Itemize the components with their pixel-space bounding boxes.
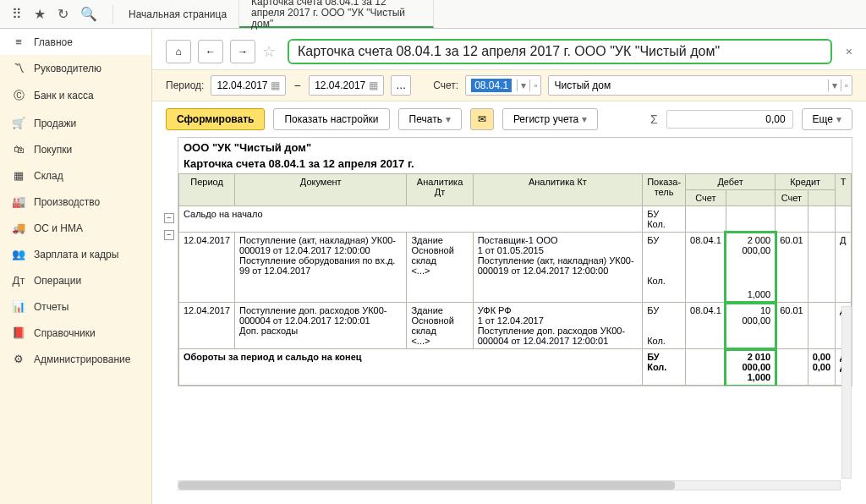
chevron-down-icon: ▾ bbox=[446, 113, 451, 125]
account-name-select[interactable]: Чистый дом▾▫ bbox=[548, 75, 852, 96]
sidebar-item-admin[interactable]: ⚙Администрирование bbox=[0, 346, 151, 372]
more-button[interactable]: Еще▾ bbox=[802, 108, 852, 130]
table-row: 12.04.2017 Поступление (акт, накладная) … bbox=[179, 233, 852, 303]
sidebar-item-label: Производство bbox=[34, 196, 100, 208]
open-icon[interactable]: ▫ bbox=[529, 79, 540, 91]
date-from-field[interactable]: 12.04.2017▦ bbox=[211, 75, 286, 96]
col-indicator: Показа- тель bbox=[643, 174, 686, 206]
period-picker-button[interactable]: … bbox=[391, 75, 411, 96]
tab-home[interactable]: Начальная страница bbox=[117, 0, 239, 28]
chevron-down-icon: ▾ bbox=[836, 113, 841, 125]
sidebar-item-assets[interactable]: 🚚ОС и НМА bbox=[0, 215, 151, 241]
tab-label: Карточка счета 08.04.1 за 12 апреля 2017… bbox=[251, 0, 421, 30]
report-org: ООО "УК "Чистый дом" bbox=[178, 138, 852, 157]
register-button[interactable]: Регистр учета▾ bbox=[502, 108, 598, 130]
account-label: Счет: bbox=[433, 79, 458, 91]
mail-button[interactable]: ✉ bbox=[470, 108, 494, 130]
dt-icon: Дт bbox=[12, 274, 25, 287]
table-row: 12.04.2017 Поступление доп. расходов УК0… bbox=[179, 303, 852, 349]
calendar-icon[interactable]: ▦ bbox=[369, 79, 378, 91]
favorite-icon[interactable]: ☆ bbox=[262, 42, 276, 61]
scrollbar-thumb[interactable] bbox=[178, 481, 675, 490]
col-t: Т bbox=[836, 174, 852, 206]
date-to-field[interactable]: 12.04.2017▦ bbox=[309, 75, 384, 96]
sidebar: ≡Главное 〽Руководителю ⒸБанк и касса 🛒Пр… bbox=[0, 29, 152, 504]
chevron-down-icon[interactable]: ▾ bbox=[828, 79, 841, 91]
page-title: Карточка счета 08.04.1 за 12 апреля 2017… bbox=[288, 39, 832, 64]
sidebar-item-purchases[interactable]: 🛍Покупки bbox=[0, 136, 151, 162]
report-area: ООО "УК "Чистый дом" Карточка счета 08.0… bbox=[178, 137, 852, 386]
gear-icon: ⚙ bbox=[12, 353, 25, 365]
people-icon: 👥 bbox=[12, 248, 25, 260]
col-period: Период bbox=[179, 174, 235, 206]
sidebar-item-label: Отчеты bbox=[34, 301, 69, 313]
col-credit: Кредит bbox=[776, 174, 836, 190]
bag-icon: 🛍 bbox=[12, 143, 25, 156]
print-button[interactable]: Печать▾ bbox=[398, 108, 462, 130]
sidebar-item-refs[interactable]: 📕Справочники bbox=[0, 320, 151, 346]
report-title: Карточка счета 08.04.1 за 12 апреля 2017… bbox=[178, 157, 852, 173]
sidebar-item-main[interactable]: ≡Главное bbox=[0, 29, 151, 55]
sidebar-item-bank[interactable]: ⒸБанк и касса bbox=[0, 81, 151, 110]
sidebar-item-operations[interactable]: ДтОперации bbox=[0, 267, 151, 293]
totals-label: Обороты за период и сальдо на конец bbox=[179, 349, 643, 386]
close-button[interactable]: × bbox=[846, 45, 852, 58]
tab-label: Начальная страница bbox=[129, 8, 227, 20]
tab-report[interactable]: Карточка счета 08.04.1 за 12 апреля 2017… bbox=[239, 0, 434, 28]
home-button[interactable]: ⌂ bbox=[166, 40, 191, 63]
sidebar-item-label: Руководителю bbox=[34, 63, 101, 74]
col-debit: Дебет bbox=[686, 174, 776, 190]
sidebar-item-label: Покупки bbox=[34, 144, 72, 156]
star-icon[interactable]: ★ bbox=[34, 6, 46, 22]
col-an-dt: Аналитика Дт bbox=[407, 174, 473, 206]
sidebar-item-label: Зарплата и кадры bbox=[34, 249, 118, 260]
opening-label: Сальдо на начало bbox=[179, 206, 643, 233]
coin-icon: Ⓒ bbox=[12, 88, 25, 103]
search-icon[interactable]: 🔍 bbox=[80, 6, 97, 22]
collapse-icon[interactable]: − bbox=[164, 213, 174, 223]
sidebar-item-label: Администрирование bbox=[34, 353, 130, 365]
factory-icon: 🏭 bbox=[12, 195, 25, 208]
chevron-down-icon: ▾ bbox=[582, 113, 587, 125]
grid-icon: ▦ bbox=[12, 169, 25, 182]
apps-icon[interactable]: ⠿ bbox=[12, 6, 22, 22]
sum-value: 0,00 bbox=[666, 110, 793, 129]
sidebar-item-payroll[interactable]: 👥Зарплата и кадры bbox=[0, 241, 151, 267]
history-icon[interactable]: ↻ bbox=[58, 6, 69, 22]
back-button[interactable]: ← bbox=[198, 40, 223, 63]
calendar-icon[interactable]: ▦ bbox=[271, 79, 280, 91]
sidebar-item-label: Банк и касса bbox=[34, 90, 94, 101]
account-select[interactable]: 08.04.1▾▫ bbox=[465, 75, 541, 96]
col-doc: Документ bbox=[235, 174, 407, 206]
collapse-icon[interactable]: − bbox=[164, 230, 174, 240]
book-icon: 📕 bbox=[12, 326, 25, 339]
scrollbar-vertical[interactable] bbox=[841, 306, 852, 479]
show-settings-button[interactable]: Показать настройки bbox=[273, 108, 389, 130]
sidebar-item-warehouse[interactable]: ▦Склад bbox=[0, 162, 151, 189]
truck-icon: 🚚 bbox=[12, 222, 25, 234]
period-label: Период: bbox=[166, 79, 204, 91]
open-icon[interactable]: ▫ bbox=[841, 79, 852, 91]
report-icon: 📊 bbox=[12, 300, 25, 313]
sidebar-item-label: Продажи bbox=[34, 118, 76, 129]
sidebar-item-manager[interactable]: 〽Руководителю bbox=[0, 55, 151, 81]
chart-icon: 〽 bbox=[12, 62, 25, 74]
col-an-kt: Аналитика Кт bbox=[473, 174, 643, 206]
forward-button[interactable]: → bbox=[230, 40, 255, 63]
sidebar-item-label: Справочники bbox=[34, 327, 96, 339]
menu-icon: ≡ bbox=[12, 36, 25, 48]
scrollbar-horizontal[interactable] bbox=[178, 480, 841, 490]
generate-button[interactable]: Сформировать bbox=[166, 108, 265, 130]
sidebar-item-production[interactable]: 🏭Производство bbox=[0, 189, 151, 215]
sidebar-item-sales[interactable]: 🛒Продажи bbox=[0, 110, 151, 136]
chevron-down-icon[interactable]: ▾ bbox=[517, 79, 529, 91]
cart-icon: 🛒 bbox=[12, 117, 25, 129]
sidebar-item-label: ОС и НМА bbox=[34, 222, 83, 234]
sidebar-item-label: Склад bbox=[34, 170, 63, 182]
sidebar-item-reports[interactable]: 📊Отчеты bbox=[0, 293, 151, 320]
sidebar-item-label: Главное bbox=[34, 36, 73, 48]
sidebar-item-label: Операции bbox=[34, 275, 81, 287]
sum-symbol: Σ bbox=[650, 112, 658, 126]
